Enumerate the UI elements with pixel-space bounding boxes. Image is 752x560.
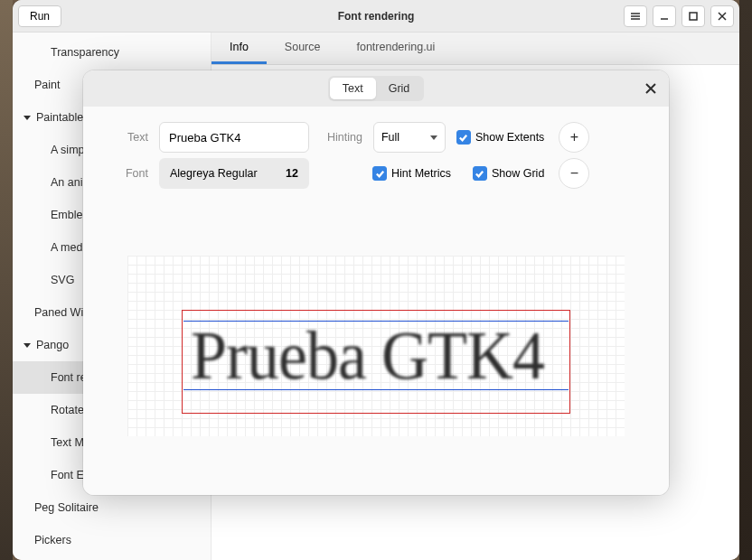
check-icon [473,166,487,181]
show-grid-label: Show Grid [492,167,544,180]
view-grid-button[interactable]: Grid [376,78,423,99]
menu-button[interactable] [624,5,647,27]
zoom-out-button[interactable]: − [559,158,589,189]
sidebar-item-label: Paintables [36,111,89,124]
chevron-down-icon [24,343,31,348]
chevron-down-icon [24,116,31,120]
sidebar-item[interactable]: Pickers [13,524,211,556]
font-rendering-dialog: Text Grid Text Hinting Full Show Extents… [83,70,669,495]
view-switcher: Text Grid [328,76,425,101]
sidebar-item[interactable]: Peg Solitaire [13,491,211,524]
show-grid-checkbox[interactable]: Show Grid [473,166,544,181]
tab-ui-file[interactable]: fontrendering.ui [338,33,453,64]
window-controls [624,5,734,27]
maximize-button[interactable] [682,5,705,27]
sidebar-item[interactable]: Transparency [13,36,211,69]
font-name: Alegreya Regular [170,167,258,180]
dialog-close-button[interactable] [640,78,662,99]
hinting-select[interactable]: Full [373,122,446,153]
minimize-button[interactable] [653,5,676,27]
close-button[interactable] [710,5,734,27]
render-canvas-wrap: Prueba GTK4 [101,210,651,482]
run-button[interactable]: Run [18,5,61,27]
check-icon [372,166,387,181]
tab-info[interactable]: Info [212,33,267,64]
dialog-header: Text Grid [83,70,669,107]
font-size: 12 [286,167,298,180]
tab-source[interactable]: Source [267,33,339,64]
show-extents-checkbox[interactable]: Show Extents [456,130,544,145]
hinting-value: Full [381,131,400,144]
hint-metrics-label: Hint Metrics [391,167,451,180]
hinting-label: Hinting [327,131,362,144]
check-icon [456,130,471,145]
headerbar: Run Font rendering [13,0,739,33]
hint-metrics-checkbox[interactable]: Hint Metrics [372,166,451,181]
show-extents-label: Show Extents [475,131,544,144]
tabbar: Info Source fontrendering.ui [212,33,739,65]
sidebar-item-label: Pango [36,339,69,351]
chevron-down-icon [430,135,437,140]
svg-rect-0 [690,13,697,20]
text-label: Text [101,131,148,144]
zoom-in-button[interactable]: + [559,122,589,153]
text-input[interactable] [159,122,309,153]
rendered-text: Prueba GTK4 [191,317,544,396]
font-label: Font [101,167,148,180]
font-button[interactable]: Alegreya Regular 12 [159,158,309,189]
dialog-body: Text Hinting Full Show Extents + Font Al… [83,107,669,495]
render-canvas: Prueba GTK4 [127,256,625,436]
view-text-button[interactable]: Text [330,78,376,99]
